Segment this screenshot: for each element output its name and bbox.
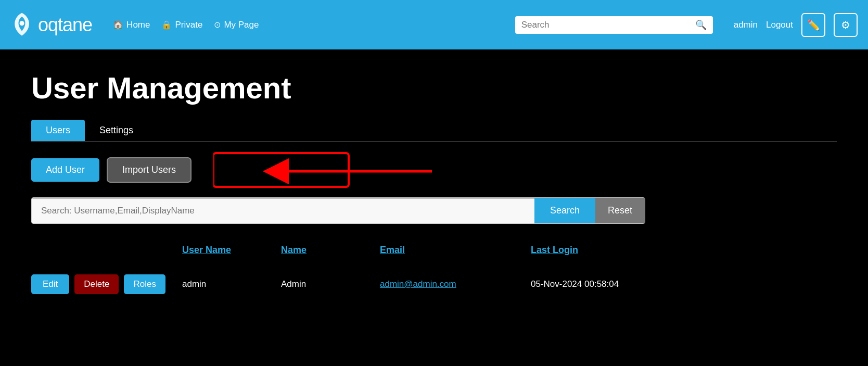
import-users-button[interactable]: Import Users — [107, 157, 192, 183]
table-header: User Name Name Email Last Login — [31, 239, 837, 261]
home-icon: 🏠 — [113, 20, 123, 30]
table-row: Edit Delete Roles admin Admin admin@admi… — [31, 269, 837, 299]
edit-page-button[interactable]: ✏️ — [801, 13, 825, 37]
table-actions-header — [31, 245, 177, 256]
header-right: admin Logout ✏️ ⚙ — [734, 13, 858, 37]
th-lastlogin[interactable]: Last Login — [531, 245, 687, 256]
th-email[interactable]: Email — [380, 245, 526, 256]
cell-name: Admin — [281, 279, 375, 289]
nav-private-label: Private — [175, 20, 202, 30]
cell-username: admin — [182, 279, 276, 289]
annotation-arrow — [213, 148, 432, 197]
nav-private[interactable]: 🔒 Private — [161, 20, 202, 30]
add-user-button[interactable]: Add User — [31, 158, 99, 182]
lock-icon: 🔒 — [161, 20, 172, 30]
delete-button[interactable]: Delete — [74, 274, 119, 294]
row-action-buttons: Edit Delete Roles — [31, 274, 177, 294]
reset-button[interactable]: Reset — [595, 198, 645, 223]
logo-icon — [10, 12, 34, 38]
main-content: User Management Users Settings Add User … — [0, 49, 868, 366]
search-bar-row: Search Reset — [31, 197, 645, 224]
search-button[interactable]: Search — [534, 198, 595, 223]
th-name[interactable]: Name — [281, 245, 375, 256]
svg-rect-3 — [213, 153, 349, 187]
logo: oqtane — [10, 12, 92, 38]
svg-marker-2 — [263, 158, 289, 184]
red-arrow-svg — [213, 148, 432, 195]
th-username[interactable]: User Name — [182, 245, 276, 256]
svg-point-0 — [20, 21, 24, 26]
roles-button[interactable]: Roles — [124, 274, 165, 294]
nav-mypage[interactable]: ⊙ My Page — [214, 20, 259, 30]
action-buttons-row: Add User Import Users — [31, 157, 837, 183]
tab-settings[interactable]: Settings — [85, 120, 148, 141]
header-search-container: 🔍 — [515, 16, 713, 34]
app-header: oqtane 🏠 Home 🔒 Private ⊙ My Page 🔍 admi… — [0, 0, 868, 49]
nav-home[interactable]: 🏠 Home — [113, 20, 150, 30]
header-search-input[interactable] — [521, 20, 691, 30]
pencil-icon: ✏️ — [807, 19, 820, 31]
settings-button[interactable]: ⚙ — [834, 13, 858, 37]
cell-email[interactable]: admin@admin.com — [380, 279, 526, 289]
search-icon: 🔍 — [695, 19, 707, 31]
user-search-input[interactable] — [32, 198, 534, 223]
circle-icon: ⊙ — [214, 20, 221, 30]
page-title: User Management — [31, 70, 837, 105]
edit-button[interactable]: Edit — [31, 274, 69, 294]
gear-icon: ⚙ — [841, 19, 850, 31]
nav-mypage-label: My Page — [224, 20, 259, 30]
logo-text: oqtane — [38, 14, 92, 36]
logout-button[interactable]: Logout — [766, 20, 793, 30]
main-nav: 🏠 Home 🔒 Private ⊙ My Page — [113, 20, 505, 30]
admin-username: admin — [734, 20, 758, 30]
tab-users[interactable]: Users — [31, 120, 85, 141]
cell-lastlogin: 05-Nov-2024 00:58:04 — [531, 279, 687, 289]
users-table: User Name Name Email Last Login Edit Del… — [31, 239, 837, 299]
nav-home-label: Home — [126, 20, 150, 30]
tabs-row: Users Settings — [31, 120, 837, 142]
